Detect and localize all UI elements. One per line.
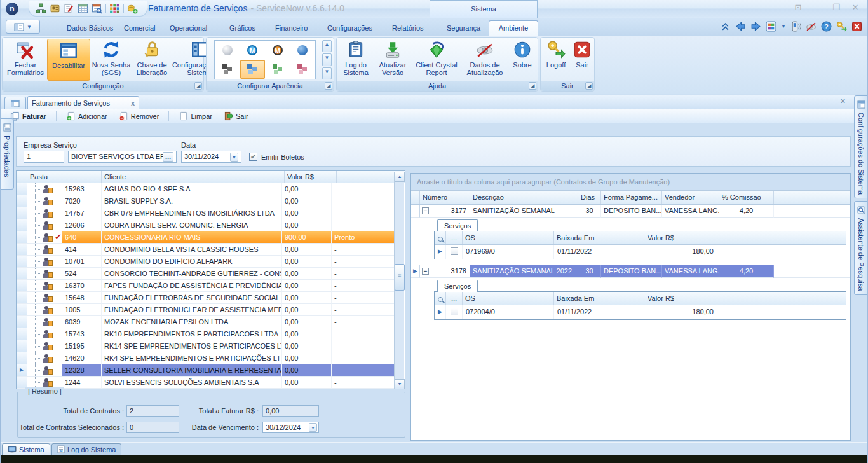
gallery-up-icon[interactable]: ▲ — [322, 40, 332, 52]
document-edit-icon[interactable] — [64, 3, 74, 14]
exit-icon[interactable] — [851, 21, 862, 32]
close-icon[interactable]: ✕ — [850, 3, 861, 12]
eye-off-icon[interactable] — [806, 21, 817, 32]
header-baixada[interactable]: Baixada Em — [554, 232, 644, 244]
header-numero[interactable]: Número — [420, 191, 470, 204]
remover-button[interactable]: Remover — [114, 110, 164, 122]
limpar-button[interactable]: Limpar — [174, 110, 217, 122]
empresa-codigo-input[interactable]: 1 — [24, 151, 64, 163]
sidebar-tab-configuracoes-sistema[interactable]: Configurações do Sistema — [854, 95, 867, 198]
org-chart-icon[interactable] — [36, 3, 46, 14]
gallery-down-icon[interactable]: ▼ — [322, 53, 332, 66]
table-row[interactable]: 7020BRASIL SUPPLY S.A.0,00- — [17, 195, 395, 207]
header-os[interactable]: OS — [463, 232, 554, 244]
header-comissao[interactable]: % Comissão — [719, 191, 774, 204]
skin-orange-m[interactable]: M — [265, 41, 290, 60]
view-grid-icon[interactable] — [766, 21, 776, 32]
contacts-icon[interactable] — [50, 3, 60, 14]
header-baixada[interactable]: Baixada Em — [554, 292, 644, 305]
table-row[interactable]: 10701CONDOMÍNIO DO EDIFÍCIO ALFAPARK0,00… — [17, 256, 395, 268]
forward-icon[interactable] — [750, 21, 761, 32]
view-close-icon[interactable]: ✕ — [840, 97, 846, 106]
header-forma-pagamento[interactable]: Forma Pagame... — [601, 191, 662, 204]
data-combo[interactable]: 30/11/2024 ▼ — [181, 151, 241, 163]
table-row-selected-orange[interactable]: ✔640CONCESSIONARIA RIO MAIS900,00Pronto — [17, 232, 395, 244]
nova-senha-button[interactable]: Nova Senha (SGS) — [92, 39, 131, 81]
log-sistema-button[interactable]: Log do Sistema — [339, 39, 373, 81]
tab-operacional[interactable]: Operacional — [165, 22, 212, 36]
dropdown-icon[interactable]: ▼ — [309, 423, 317, 432]
dialog-launcher-icon[interactable]: ◢ — [194, 82, 202, 90]
document-tab-faturamento[interactable]: Faturamento de Serviços x — [27, 96, 139, 109]
scroll-up-icon[interactable]: ▲ — [395, 172, 405, 182]
help-icon[interactable]: ? — [821, 21, 832, 32]
tab-relatorios[interactable]: Relatórios — [387, 22, 429, 36]
sair-toolbar-button[interactable]: Sair — [219, 110, 253, 122]
contract-row[interactable]: −3177 SANITIZAÇÃO SEMANAL 30 DEPOSITO BA… — [411, 205, 850, 218]
header-vendedor[interactable]: Vendedor — [662, 191, 719, 204]
table-row-selected[interactable]: ▶12328SELLER CONSULTORIA IMOBILIARIA E R… — [17, 364, 395, 377]
header-valor[interactable]: Valor R$ — [285, 171, 337, 183]
tab-ambiente[interactable]: Ambiente — [489, 20, 538, 36]
sair-button[interactable]: Sair — [571, 39, 593, 81]
dados-atualizacao-button[interactable]: Dados de Atualização — [462, 39, 508, 81]
table-row[interactable]: 524CONSORCIO TECHINT-ANDRADE GUTIERREZ -… — [17, 268, 395, 280]
table-row[interactable]: 414CONDOMINIO BELLA VISTA CLASSIC HOUSES… — [17, 244, 395, 256]
servicos-tab[interactable]: Serviços — [437, 280, 478, 292]
chave-liberacao-button[interactable]: Chave de Liberação — [132, 39, 172, 81]
table-row[interactable]: 6039MOZAK ENGENHARIA EPSILON LTDA0,00- — [17, 316, 395, 328]
servico-checkbox[interactable] — [451, 308, 458, 315]
empresa-nome-input[interactable]: BIOVET SERVIÇOS LTDA EPP ... — [68, 151, 177, 163]
document-list-tab[interactable] — [4, 97, 26, 109]
table-row[interactable]: 14757CBR 079 EMPREENDIMENTOS IMOBILIÁRIO… — [17, 207, 395, 219]
scroll-down-icon[interactable]: ▼ — [395, 379, 405, 389]
gallery-expand-icon[interactable]: ▼ — [322, 67, 332, 79]
header-pasta[interactable]: Pasta — [27, 171, 102, 183]
collapse-ribbon-icon[interactable] — [720, 21, 731, 32]
ajuda-button[interactable] — [510, 39, 537, 81]
client-crystal-report-button[interactable]: Client Crystal Report — [412, 39, 461, 81]
dropdown-icon[interactable]: ▼ — [230, 153, 238, 162]
collapse-icon[interactable]: − — [422, 268, 429, 275]
search-icon[interactable] — [438, 237, 443, 242]
bottom-tab-log-sistema[interactable]: M Log do Sistema — [51, 443, 121, 455]
table-row[interactable]: 1244SOLVI ESSENCIS SOLUÇÕES AMBIENTAIS S… — [17, 377, 395, 389]
header-check[interactable]: ... — [446, 292, 463, 305]
pin-window-icon[interactable]: ⊡ — [792, 3, 804, 12]
view-grid-dropdown-icon[interactable]: ▼ — [781, 24, 786, 29]
atualizar-versao-button[interactable]: Atualizar Versão — [374, 39, 411, 81]
style-pink[interactable] — [290, 60, 316, 79]
minimize-icon[interactable]: – — [811, 3, 823, 12]
back-icon[interactable] — [735, 21, 746, 32]
table-row[interactable]: 15195RK14 SPE EMPREENDIMENTOS E PARTICIP… — [17, 340, 395, 352]
adicionar-button[interactable]: Adicionar — [62, 110, 112, 122]
servico-row[interactable]: ▶ 071969/0 01/11/2022 180,00 — [435, 245, 846, 259]
color-grid-icon[interactable] — [109, 3, 120, 14]
style-green[interactable] — [265, 60, 290, 79]
contract-row-selected[interactable]: ▶ −3178 SANITIZAÇÃO SEMANAL 2022 30 DEPO… — [411, 265, 850, 278]
scroll-thumb[interactable] — [395, 264, 405, 291]
dialog-launcher-icon[interactable]: ◢ — [325, 82, 332, 90]
dialog-launcher-icon[interactable]: ◢ — [585, 82, 593, 90]
table-row[interactable]: 15648FUNDAÇÃO ELETROBRÁS DE SEGURIDADE S… — [17, 292, 395, 304]
table-row[interactable]: 1005FUNDAÇAO ELETRONUCLEAR DE ASSISTENCI… — [17, 304, 395, 316]
tab-seguranca[interactable]: Segurança — [442, 22, 485, 36]
empresa-browse-button[interactable]: ... — [163, 152, 173, 162]
maximize-icon[interactable]: ❐ — [831, 3, 842, 12]
tab-comercial[interactable]: Comercial — [119, 22, 161, 36]
tab-close-icon[interactable]: x — [131, 99, 135, 107]
fechar-formularios-button[interactable]: Fechar Formulários — [5, 39, 46, 81]
tab-financeiro[interactable]: Financeiro — [270, 22, 313, 36]
table-row[interactable]: 15743RK10 EMPREENDIMENTOS E PARTICIPACOE… — [17, 328, 395, 340]
search-icon[interactable] — [438, 297, 443, 302]
table-icon[interactable] — [78, 3, 88, 14]
coins-add-icon[interactable] — [127, 3, 138, 14]
servico-checkbox[interactable] — [451, 247, 458, 255]
header-dias[interactable]: Dias — [578, 191, 601, 204]
table-row[interactable]: 12606COBRA BRASIL SERV. COMUNIC. ENERGIA… — [17, 219, 395, 232]
logoff-icon[interactable] — [836, 21, 847, 32]
servico-row[interactable]: ▶ 072004/0 01/11/2022 180,00 — [435, 305, 846, 319]
header-os[interactable]: OS — [463, 292, 554, 305]
emitir-boletos-checkbox[interactable]: ✔ — [249, 153, 257, 161]
desabilitar-button[interactable]: Desabilitar — [47, 39, 90, 81]
